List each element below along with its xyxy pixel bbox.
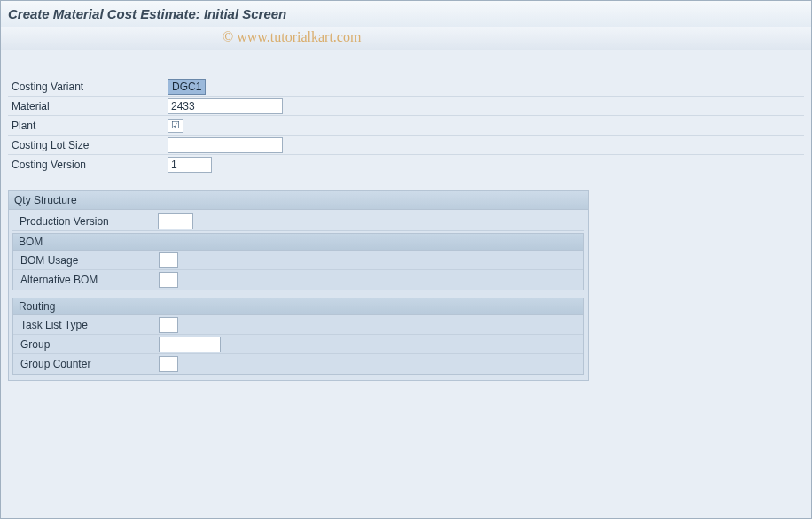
material-input[interactable]: [168, 98, 283, 114]
row-task-list-type: Task List Type: [13, 315, 583, 335]
bom-usage-input[interactable]: [159, 252, 178, 268]
watermark-text: © www.tutorialkart.com: [223, 29, 361, 45]
qty-structure-body: Production Version BOM BOM Usage Alterna…: [9, 210, 588, 380]
page-title: Create Material Cost Estimate: Initial S…: [8, 6, 286, 21]
label-group-counter: Group Counter: [17, 358, 159, 370]
label-bom-usage: BOM Usage: [17, 254, 159, 267]
qty-structure-group: Qty Structure Production Version BOM BOM…: [8, 190, 589, 381]
title-bar: Create Material Cost Estimate: Initial S…: [1, 1, 811, 27]
label-material: Material: [8, 100, 168, 112]
content-area: Costing Variant DGC1 Material Plant ☑ Co…: [1, 50, 811, 388]
label-costing-variant: Costing Variant: [8, 81, 168, 93]
row-group-counter: Group Counter: [13, 354, 583, 374]
bom-body: BOM Usage Alternative BOM: [13, 251, 583, 290]
routing-title: Routing: [13, 298, 583, 315]
row-production-version: Production Version: [12, 212, 584, 231]
sap-window: Create Material Cost Estimate: Initial S…: [0, 0, 812, 519]
qty-structure-title: Qty Structure: [9, 191, 588, 210]
row-costing-lot-size: Costing Lot Size: [8, 136, 804, 155]
costing-lot-size-input[interactable]: [168, 137, 283, 153]
bom-title: BOM: [13, 234, 583, 251]
plant-checkbox[interactable]: ☑: [168, 119, 183, 133]
costing-version-input[interactable]: [168, 157, 212, 173]
label-alternative-bom: Alternative BOM: [17, 274, 159, 286]
group-input[interactable]: [159, 337, 221, 352]
label-plant: Plant: [8, 120, 168, 132]
alternative-bom-input[interactable]: [159, 272, 178, 288]
row-alternative-bom: Alternative BOM: [13, 270, 583, 290]
row-bom-usage: BOM Usage: [13, 251, 583, 270]
row-group: Group: [13, 335, 583, 354]
label-production-version: Production Version: [16, 215, 158, 228]
row-plant: Plant ☑: [8, 116, 804, 136]
toolbar: © www.tutorialkart.com: [1, 27, 811, 50]
costing-variant-input[interactable]: DGC1: [168, 79, 206, 95]
label-task-list-type: Task List Type: [17, 319, 159, 331]
routing-group: Routing Task List Type Group Group Count…: [12, 298, 584, 375]
row-costing-variant: Costing Variant DGC1: [8, 77, 804, 97]
label-costing-version: Costing Version: [8, 159, 168, 171]
bom-group: BOM BOM Usage Alternative BOM: [12, 233, 584, 290]
routing-body: Task List Type Group Group Counter: [13, 315, 583, 374]
group-counter-input[interactable]: [159, 356, 178, 372]
row-material: Material: [8, 97, 804, 116]
production-version-input[interactable]: [158, 213, 193, 229]
spacer: [12, 290, 584, 296]
label-group: Group: [17, 338, 159, 351]
task-list-type-input[interactable]: [159, 317, 178, 333]
row-costing-version: Costing Version: [8, 155, 804, 174]
label-costing-lot-size: Costing Lot Size: [8, 139, 168, 151]
